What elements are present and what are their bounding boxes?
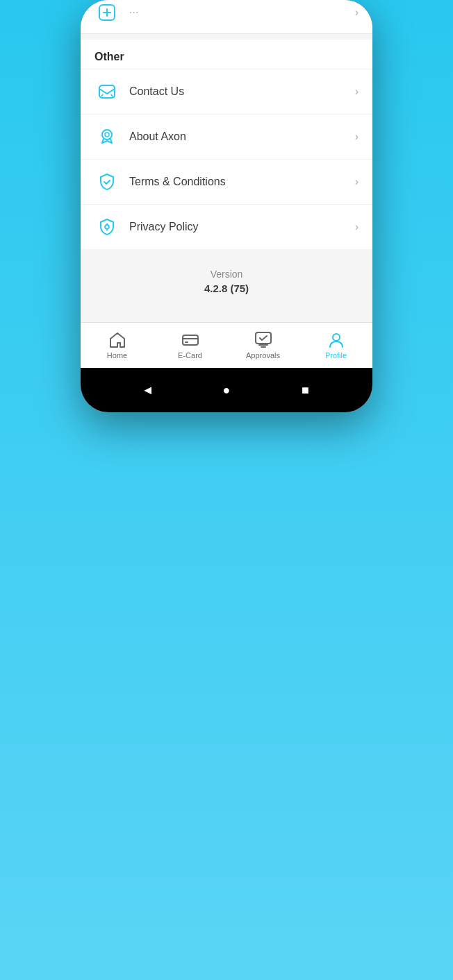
nav-ecard-label: E-Card bbox=[178, 351, 202, 360]
contact-us-icon bbox=[94, 79, 120, 104]
other-section-header: Other bbox=[81, 40, 372, 69]
version-section: Version 4.2.8 (75) bbox=[81, 249, 372, 308]
nav-profile-label: Profile bbox=[325, 351, 347, 360]
ecard-icon bbox=[181, 331, 199, 349]
version-value: 4.2.8 (75) bbox=[94, 282, 359, 294]
svg-rect-5 bbox=[183, 335, 198, 345]
home-icon bbox=[108, 331, 126, 349]
partial-icon bbox=[94, 0, 120, 25]
android-back-button[interactable]: ◄ bbox=[137, 379, 159, 401]
terms-label: Terms & Conditions bbox=[129, 176, 355, 188]
nav-item-ecard[interactable]: E-Card bbox=[154, 328, 226, 362]
svg-point-2 bbox=[102, 130, 112, 140]
svg-rect-6 bbox=[185, 341, 188, 343]
menu-item-contact-us[interactable]: Contact Us › bbox=[81, 69, 372, 114]
android-home-button[interactable]: ● bbox=[215, 379, 238, 401]
svg-point-8 bbox=[333, 334, 340, 341]
contact-us-label: Contact Us bbox=[129, 85, 355, 98]
phone-frame: ··· › Other Contact Us › bbox=[81, 0, 372, 412]
approvals-icon bbox=[254, 331, 272, 349]
nav-item-approvals[interactable]: Approvals bbox=[226, 328, 299, 362]
about-axon-label: About Axon bbox=[129, 130, 355, 143]
partial-label: ··· bbox=[129, 6, 355, 19]
android-nav-bar: ◄ ● ■ bbox=[81, 368, 372, 412]
privacy-icon bbox=[94, 214, 120, 239]
nav-home-label: Home bbox=[107, 351, 127, 360]
profile-icon bbox=[327, 331, 345, 349]
nav-approvals-label: Approvals bbox=[246, 351, 280, 360]
other-section: Other Contact Us › bbox=[81, 40, 372, 249]
svg-point-3 bbox=[105, 133, 109, 137]
nav-item-profile[interactable]: Profile bbox=[299, 328, 372, 362]
contact-us-chevron-icon: › bbox=[355, 85, 359, 98]
bottom-nav: Home E-Card Approvals bbox=[81, 322, 372, 368]
phone-screen: ··· › Other Contact Us › bbox=[81, 0, 372, 412]
terms-icon bbox=[94, 169, 120, 194]
svg-point-4 bbox=[105, 225, 109, 229]
privacy-label: Privacy Policy bbox=[129, 221, 355, 233]
version-label: Version bbox=[94, 269, 359, 280]
menu-item-about-axon[interactable]: About Axon › bbox=[81, 114, 372, 159]
terms-chevron-icon: › bbox=[355, 176, 359, 188]
top-partial-item[interactable]: ··· › bbox=[81, 0, 372, 34]
about-axon-chevron-icon: › bbox=[355, 130, 359, 143]
nav-item-home[interactable]: Home bbox=[81, 328, 154, 362]
partial-chevron-icon: › bbox=[355, 6, 359, 19]
about-axon-icon bbox=[94, 124, 120, 149]
menu-item-terms[interactable]: Terms & Conditions › bbox=[81, 159, 372, 204]
spacer bbox=[81, 308, 372, 322]
privacy-chevron-icon: › bbox=[355, 221, 359, 233]
menu-item-privacy[interactable]: Privacy Policy › bbox=[81, 204, 372, 249]
android-recent-button[interactable]: ■ bbox=[294, 379, 316, 401]
